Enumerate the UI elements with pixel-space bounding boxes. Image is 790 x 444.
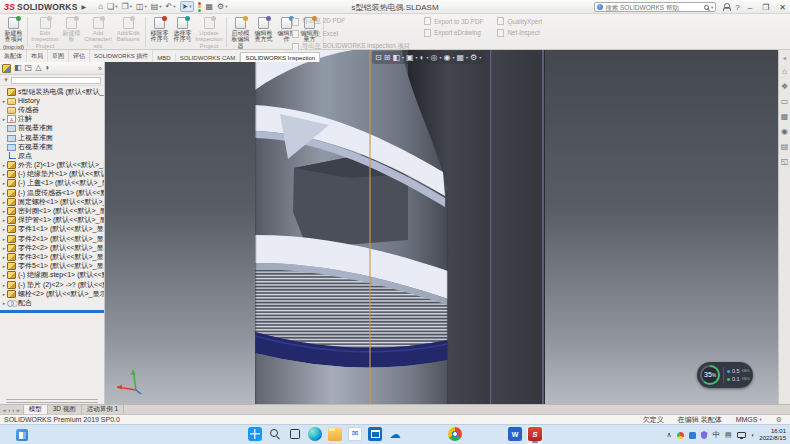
dropdown-caret-icon[interactable]: ▾ <box>189 4 191 9</box>
minimize-button[interactable]: – <box>746 3 754 12</box>
panel-grip-line[interactable] <box>6 402 98 403</box>
zoom-fit-icon[interactable]: ⊡ <box>375 52 382 64</box>
tray-app-icon[interactable] <box>689 432 696 439</box>
chrome-taskbar-icon[interactable] <box>448 427 462 441</box>
dimxpertmanager-tab[interactable]: △ <box>35 62 41 74</box>
propertymanager-tab[interactable]: ◧ <box>14 62 22 74</box>
appearances-scenes-icon[interactable]: ◉ <box>781 127 788 136</box>
app-pinwheel-taskbar-icon[interactable] <box>428 427 442 441</box>
tree-item[interactable]: ▸保护管<1> (默认<<默认>_显示状 <box>0 216 104 225</box>
qat-open-button[interactable]: ❐▾ <box>121 2 131 11</box>
tree-item[interactable]: ▸螺栓<2> (默认<<默认>_显示状态 <box>0 289 104 298</box>
hide-show-items-icon[interactable]: ◎ <box>430 52 437 64</box>
tree-item[interactable]: 传感器 <box>0 105 104 114</box>
help-button[interactable]: ? <box>735 3 739 12</box>
collapse-pane-icon[interactable]: ◂ <box>783 54 786 61</box>
doc-tab-模型[interactable]: 模型 <box>23 405 48 414</box>
tab-nav-3[interactable]: » <box>16 407 19 413</box>
solidworks-forum-icon[interactable]: ◱ <box>781 157 789 166</box>
solidworks-taskbar-icon[interactable] <box>528 427 542 441</box>
search-taskbar-icon[interactable] <box>268 427 282 441</box>
qat-undo-button[interactable]: ↶▾ <box>166 2 176 11</box>
dropdown-caret-icon[interactable]: ▾ <box>402 55 404 60</box>
app-excel-taskbar-icon[interactable] <box>488 427 502 441</box>
edit-appearance-icon[interactable]: ◉ <box>443 52 450 64</box>
tab-SOLIDWORKS Inspection[interactable]: SOLIDWORKS Inspection <box>240 52 320 62</box>
search-icon[interactable] <box>704 5 709 10</box>
view-orientation-icon[interactable]: ▣ <box>406 52 414 64</box>
tree-item[interactable]: ▸配合 <box>0 298 104 307</box>
zoom-area-icon[interactable]: ⊞ <box>384 52 391 64</box>
mail-taskbar-icon[interactable] <box>348 427 362 441</box>
dropdown-caret-icon[interactable]: ▾ <box>144 4 146 9</box>
tray-expand-icon[interactable]: ∧ <box>666 431 671 439</box>
featuremanager-tab[interactable] <box>2 64 11 73</box>
tab-nav-1[interactable]: ‹ <box>8 407 10 413</box>
tree-item[interactable]: ▸零件2<2> (默认<<默认>_显示状 <box>0 243 104 252</box>
displaymanager-tab[interactable]: ◑ <box>44 62 49 74</box>
tab-MBD[interactable]: MBD <box>153 53 175 62</box>
qat-new-button[interactable]: ❏▾ <box>107 2 117 11</box>
view-palette-icon[interactable]: ▦ <box>781 112 789 121</box>
tree-item[interactable]: ▸零件1<1> (默认<<默认>_显示状态 <box>0 225 104 234</box>
dropdown-caret-icon[interactable]: ▾ <box>225 4 227 9</box>
pane-splitter[interactable] <box>0 310 104 313</box>
apply-scene-icon[interactable]: ▦ <box>456 52 464 64</box>
tab-评估[interactable]: 评估 <box>69 50 90 62</box>
tree-item[interactable]: 前视基准面 <box>0 124 104 133</box>
dropdown-caret-icon[interactable]: ▾ <box>452 55 454 60</box>
graphics-viewport[interactable] <box>105 50 778 404</box>
ime-keyboard-icon[interactable]: ▤ <box>725 431 732 439</box>
tree-filter-input[interactable] <box>11 77 101 84</box>
solidworks-resources-icon[interactable]: ⌂ <box>782 67 787 76</box>
tab-nav-2[interactable]: › <box>12 407 14 413</box>
dropdown-caret-icon[interactable]: ▾ <box>416 55 418 60</box>
tree-item[interactable]: ▸(-) 温度传感器<1> (默认<<默认>_ <box>0 188 104 197</box>
tree-item[interactable]: ▸(-) 垫片 (2)<2> ->? (默认<<默认> <box>0 280 104 289</box>
tree-item[interactable]: ▸零件3<1> (默认<<默认>_显示状态 <box>0 252 104 261</box>
performance-float-widget[interactable]: 35% 0.5KB/S 0.1KB/S <box>697 362 753 388</box>
tree-item[interactable]: ▸密封圈<1> (默认<<默认>_显示状 <box>0 206 104 215</box>
tree-item[interactable]: ▸(-) 绝缘圈.step<1> (默认<<默认>_ <box>0 271 104 280</box>
qat-print-button[interactable]: ▤▾ <box>151 2 162 11</box>
app-green-taskbar-icon[interactable] <box>408 427 422 441</box>
close-button[interactable]: ✕ <box>777 3 788 12</box>
status-gear-icon[interactable]: ⚙ <box>776 416 782 424</box>
tab-布局[interactable]: 布局 <box>27 50 48 62</box>
display-tray-icon[interactable] <box>737 432 746 438</box>
qat-options-button[interactable]: ⚙▾ <box>217 2 227 11</box>
dropdown-caret-icon[interactable]: ▾ <box>130 4 132 9</box>
tab-SOLIDWORKS CAM[interactable]: SOLIDWORKS CAM <box>176 53 241 62</box>
tree-item[interactable]: ▸零件5<1> (默认<<默认>_显示状态 <box>0 262 104 271</box>
new-inspection-project-button[interactable]: 新建检查项目(imp;ixl) <box>2 15 25 50</box>
tray-security-icon[interactable] <box>701 431 708 439</box>
tree-root-item[interactable]: s型铠装热电偶 (默认<默认_显示状态-1 <box>0 87 104 96</box>
task-view-taskbar-icon[interactable] <box>288 427 302 441</box>
help-search-box[interactable]: ▾ <box>594 2 716 12</box>
tab-装配体[interactable]: 装配体 <box>0 50 27 62</box>
select-balloons-button[interactable]: 选择零件序号 <box>171 15 194 43</box>
menu-expand-arrow-icon[interactable]: ▶ <box>82 3 87 10</box>
file-explorer-taskbar-icon[interactable] <box>328 427 342 441</box>
search-input[interactable] <box>605 4 702 11</box>
store-taskbar-icon[interactable] <box>368 427 382 441</box>
speaker-icon[interactable]: ◖ <box>751 432 755 438</box>
clock[interactable]: 16:01 2022/8/15 <box>759 428 786 442</box>
tree-item[interactable]: ▸History <box>0 96 104 105</box>
tree-item[interactable]: ▸(-) 绝缘垫片<1> (默认<<默认>_显 <box>0 170 104 179</box>
qat-save-button[interactable]: ◫▾ <box>136 2 147 11</box>
model-3d-view[interactable] <box>105 50 778 404</box>
dropdown-caret-icon[interactable]: ▾ <box>173 4 175 9</box>
tree-item[interactable]: 上视基准面 <box>0 133 104 142</box>
filter-icon[interactable]: ▼ <box>3 77 9 83</box>
edit-inspection-methods-button[interactable]: 编辑检查方式 <box>252 15 275 43</box>
qat-file-properties-button[interactable]: ▦ <box>206 2 214 11</box>
dropdown-caret-icon[interactable]: ▾ <box>439 55 441 60</box>
tab-草图[interactable]: 草图 <box>48 50 69 62</box>
qat-select-button[interactable]: ➤▾ <box>180 1 194 12</box>
custom-properties-icon[interactable]: ▤ <box>781 142 789 151</box>
dropdown-caret-icon[interactable]: ▾ <box>479 55 481 60</box>
onedrive-taskbar-icon[interactable] <box>388 427 402 441</box>
view-settings-icon[interactable]: ⚙ <box>470 52 477 64</box>
app-red-taskbar-icon[interactable] <box>468 427 482 441</box>
